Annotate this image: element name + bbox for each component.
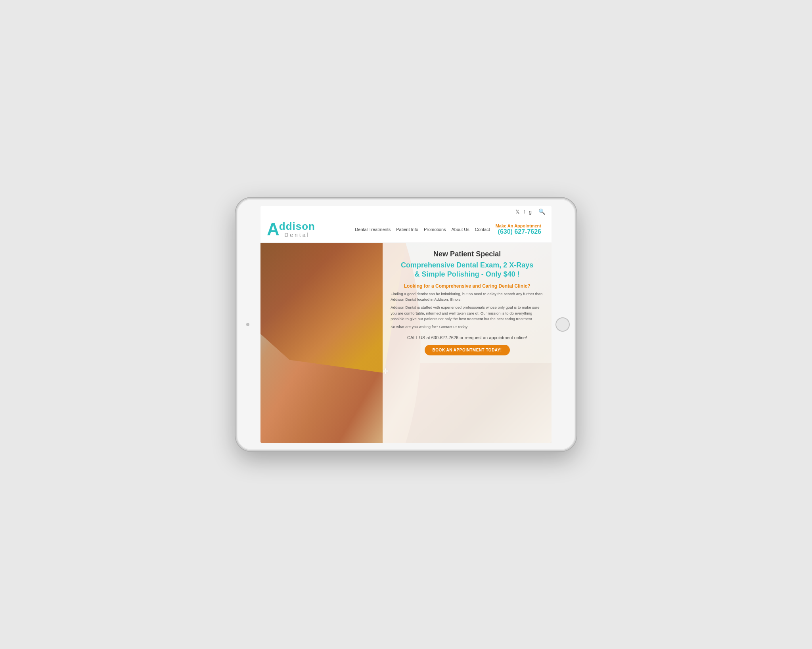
nav-promotions[interactable]: Promotions: [424, 227, 446, 232]
nav-patient-info[interactable]: Patient Info: [396, 227, 418, 232]
ipad-screen: 𝕏 f g⁺ 🔍 A ddison Dental Dental Treatmen: [260, 206, 552, 443]
tagline: Looking for a Comprehensive and Caring D…: [391, 283, 544, 289]
body-text-3: So what are you waiting for? Contact us …: [391, 324, 544, 330]
nav-dental-treatments[interactable]: Dental Treatments: [355, 227, 391, 232]
hero-content: New Patient Special Comprehensive Dental…: [383, 243, 552, 443]
book-appointment-button[interactable]: BOOK AN APPOINTMENT TODAY!: [425, 345, 510, 355]
search-icon[interactable]: 🔍: [538, 208, 545, 215]
ipad-frame: 𝕏 f g⁺ 🔍 A ddison Dental Dental Treatmen: [236, 198, 576, 451]
main-nav: Dental Treatments Patient Info Promotion…: [355, 223, 541, 235]
header-main: A ddison Dental Dental Treatments Patien…: [260, 217, 552, 243]
header-top: 𝕏 f g⁺ 🔍: [260, 206, 552, 217]
googleplus-icon[interactable]: g⁺: [529, 209, 534, 215]
site-header: 𝕏 f g⁺ 🔍 A ddison Dental Dental Treatmen: [260, 206, 552, 243]
twitter-icon[interactable]: 𝕏: [515, 209, 519, 215]
nav-contact[interactable]: Contact: [475, 227, 490, 232]
nav-phone[interactable]: (630) 627-7626: [498, 228, 541, 235]
special-subtitle-text: Comprehensive Dental Exam, 2 X-Rays& Sim…: [401, 261, 533, 278]
logo-dental: Dental: [279, 232, 315, 238]
nav-make-appointment[interactable]: Make An Appointment: [496, 223, 541, 228]
logo-addison: ddison: [279, 221, 315, 232]
body-text-1: Finding a good dentist can be intimidati…: [391, 291, 544, 303]
facebook-icon[interactable]: f: [523, 209, 525, 215]
special-title: New Patient Special: [391, 250, 544, 258]
logo-icon-a: A: [267, 220, 279, 239]
hero-section: ✛ New Patient Special Comprehensive Dent…: [260, 243, 552, 443]
call-text: CALL US at 630-627-7626 or reequest an a…: [391, 335, 544, 340]
logo-area: A ddison Dental: [267, 220, 315, 239]
body-text-2: Addison Dental is staffed with experienc…: [391, 305, 544, 322]
special-subtitle: Comprehensive Dental Exam, 2 X-Rays& Sim…: [391, 261, 544, 279]
header-right: Make An Appointment (630) 627-7626: [496, 223, 541, 235]
book-btn-container: BOOK AN APPOINTMENT TODAY!: [391, 342, 544, 355]
nav-about-us[interactable]: About Us: [452, 227, 469, 232]
logo-text: ddison Dental: [279, 221, 315, 238]
